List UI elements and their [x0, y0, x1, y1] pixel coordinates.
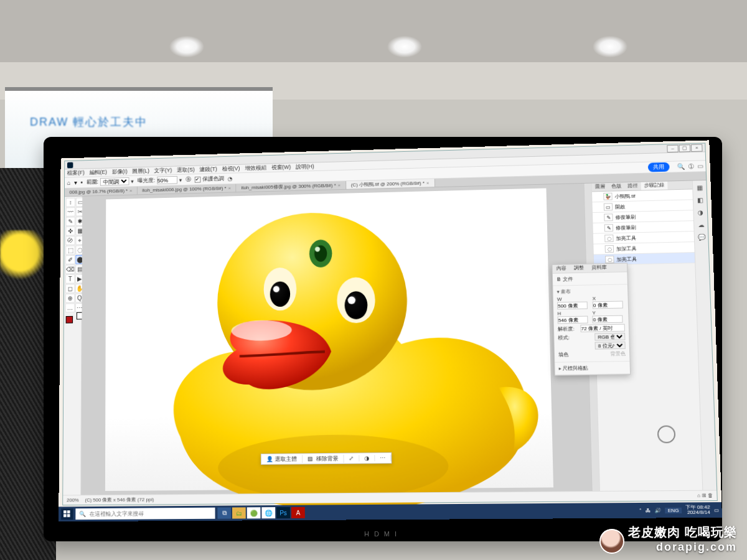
svg-rect-15 [67, 514, 70, 517]
edge-icon[interactable]: 🌐 [261, 507, 275, 518]
adjustments-panel-icon[interactable]: ◑ [696, 208, 705, 217]
ruler-section-label: 尺標與格點 [563, 365, 588, 371]
color-panel-icon[interactable]: ▦ [695, 183, 705, 192]
menu-item[interactable]: 說明(H) [296, 163, 314, 171]
airbrush-icon[interactable]: ⓐ [186, 175, 191, 184]
svg-rect-12 [63, 510, 67, 513]
taskbar-search[interactable]: 🔍 在這裡輸入文字來搜尋 [75, 508, 215, 520]
x-input[interactable] [593, 301, 623, 309]
search-icon[interactable]: 🔍 [677, 163, 685, 170]
color-swatch[interactable] [65, 313, 84, 327]
menu-item[interactable]: 視窗(W) [271, 164, 291, 172]
transform-icon[interactable]: ⤢ [344, 455, 359, 461]
bits-select[interactable]: 8 位元/色版 [595, 342, 626, 350]
tool-button[interactable]: ✎ [66, 217, 75, 226]
close-button[interactable]: × [691, 144, 703, 151]
select-subject-button[interactable]: 選取主體 [275, 455, 297, 463]
width-input[interactable] [557, 302, 588, 310]
fill-value: 背景色 [610, 350, 626, 357]
duck-image [105, 188, 555, 521]
doc-section-label: 文件 [563, 276, 573, 282]
tool-button[interactable]: ✐ [65, 255, 75, 264]
panel-tab[interactable]: 路徑 [624, 182, 641, 191]
tab-close-icon[interactable]: × [129, 188, 132, 194]
libraries-panel-icon[interactable]: ☁ [697, 220, 706, 229]
help-icon[interactable]: ➀ [688, 163, 694, 170]
fill-label: 填色 [558, 351, 569, 358]
tool-button[interactable]: T [65, 274, 75, 284]
minimize-button[interactable]: – [667, 144, 679, 152]
photoshop-taskbar-icon[interactable]: Ps [276, 507, 290, 518]
explorer-icon[interactable]: 🗂 [232, 507, 246, 518]
status-icon-2[interactable]: ⊞ [702, 493, 707, 498]
workspace-icon[interactable]: ▭ [697, 162, 703, 169]
tray-date[interactable]: 2024/8/14 [685, 510, 710, 516]
maximize-button[interactable]: ▢ [679, 144, 691, 152]
menu-item[interactable]: 檔案(F) [67, 169, 85, 177]
tool-button[interactable]: … [65, 303, 75, 312]
status-icon-1[interactable]: ⌂ [697, 493, 700, 498]
tool-button[interactable]: 〰 [66, 207, 75, 217]
home-icon[interactable]: ⌂ [67, 179, 71, 186]
height-input[interactable] [558, 316, 588, 324]
menu-item[interactable]: 文字(Y) [154, 167, 172, 175]
canvas[interactable]: 👤選取主體 ▧移除背景 ⤢ ◑ ⋯ [105, 188, 553, 491]
tab-close-icon[interactable]: × [228, 185, 231, 191]
tool-button[interactable]: 〄 [65, 236, 75, 245]
menu-item[interactable]: 影像(I) [111, 168, 127, 176]
adjust-icon[interactable]: ◑ [359, 455, 375, 461]
tool-button[interactable]: ◻ [65, 284, 75, 293]
tray-language[interactable]: ENG [665, 507, 682, 513]
menu-item[interactable]: 檢視(V) [222, 165, 240, 173]
search-placeholder: 在這裡輸入文字來搜尋 [90, 510, 144, 518]
tray-network-icon[interactable]: 🖧 [646, 508, 651, 513]
status-icon-3[interactable]: 🗑 [708, 493, 713, 498]
tab-close-icon[interactable]: × [426, 180, 430, 186]
pressure-icon[interactable]: ◔ [227, 175, 232, 182]
contextual-task-bar[interactable]: 👤選取主體 ▧移除背景 ⤢ ◑ ⋯ [261, 452, 392, 465]
tray-notifications-icon[interactable]: ▭ [714, 507, 720, 513]
protect-tones-label: 保護色調 [202, 175, 224, 183]
panel-tab[interactable]: 圖層 [592, 183, 609, 191]
canvas-area[interactable]: 👤選取主體 ▧移除背景 ⤢ ◑ ⋯ [81, 184, 591, 495]
start-button[interactable] [61, 508, 73, 520]
libraries-tab[interactable]: 資料庫 [588, 264, 611, 273]
tab-close-icon[interactable]: × [338, 182, 341, 188]
monitor: – ▢ × 檔案(F)編輯(E)影像(I)圖層(L)文字(Y)選取(S)濾鏡(T… [44, 137, 722, 541]
comments-panel-icon[interactable]: 💬 [697, 233, 706, 241]
mode-select[interactable]: RGB 色彩 [594, 333, 625, 341]
resolution-input[interactable] [580, 324, 625, 332]
doc-info: (C) 500 像素 x 546 像素 (72 ppi) [85, 496, 154, 503]
tool-button[interactable]: ⬚ [65, 246, 75, 255]
range-select[interactable]: 中間調 [100, 177, 129, 186]
remove-bg-button[interactable]: 移除背景 [316, 454, 339, 462]
tool-button[interactable]: ↕ [66, 198, 75, 207]
adjust-tab[interactable]: 調整 [570, 264, 588, 273]
menu-item[interactable]: 濾鏡(T) [199, 166, 217, 174]
doc-icon: 🗎 [557, 276, 561, 282]
tray-volume-icon[interactable]: 🔊 [655, 507, 662, 513]
tool-button[interactable]: ⊕ [65, 294, 75, 303]
share-button[interactable]: 共用 [648, 162, 670, 172]
menu-item[interactable]: 圖層(L) [132, 167, 149, 175]
menu-item[interactable]: 選取(S) [177, 166, 195, 174]
zoom-level[interactable]: 200% [67, 497, 79, 503]
protect-tones-checkbox[interactable]: ✔ [194, 176, 200, 182]
properties-panel[interactable]: 內容 調整 資料庫 🗎 文件 ▾ 畫布 W X H Y 解析度: 模式:RGB … [552, 263, 631, 376]
panel-tab[interactable]: 步驟記錄 [641, 182, 667, 190]
properties-tab[interactable]: 內容 [552, 264, 570, 273]
panel-tab[interactable]: 色版 [608, 182, 625, 191]
exposure-input[interactable] [157, 176, 177, 184]
task-view-icon[interactable]: ⧉ [217, 508, 231, 519]
swatches-panel-icon[interactable]: ◧ [695, 195, 705, 204]
tool-button[interactable]: ⌫ [65, 264, 75, 274]
toolbox: ↕▭〰✂✎✱✜▦〄⌖⬚◌✐⬤⌫▤T▶◻✋⊕Q…⋯ [63, 197, 82, 495]
acrobat-icon[interactable]: A [291, 507, 305, 518]
y-input[interactable] [593, 315, 623, 324]
menu-item[interactable]: 增效模組 [245, 164, 266, 172]
tray-chevron-icon[interactable]: ˄ [639, 508, 642, 513]
menu-item[interactable]: 編輯(E) [89, 169, 107, 177]
more-icon[interactable]: ⋯ [375, 455, 391, 461]
tool-button[interactable]: ✜ [65, 226, 75, 236]
chrome-icon[interactable]: 🟢 [247, 507, 261, 518]
